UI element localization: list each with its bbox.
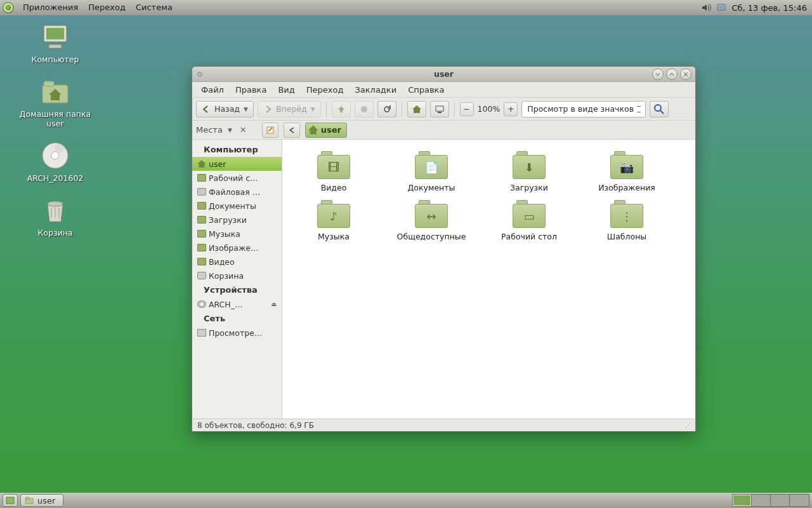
menu-places[interactable]: Переход bbox=[83, 0, 131, 15]
desktop-icon-computer[interactable]: Компьютер bbox=[8, 22, 103, 65]
desktop-icon-home[interactable]: Домашняя папка user bbox=[8, 76, 103, 129]
folder-item[interactable]: ⋮Шаблоны bbox=[578, 196, 676, 245]
folder-icon: ▭ bbox=[513, 200, 546, 228]
sidebar-item-label: ARCH_… bbox=[209, 300, 243, 309]
search-button[interactable] bbox=[650, 101, 669, 117]
folder-icon bbox=[197, 216, 206, 224]
file-manager-window: user Файл Правка Вид Переход Закладки Сп… bbox=[192, 66, 696, 432]
desktop-icon-label: Корзина bbox=[8, 228, 103, 238]
menu-view[interactable]: Вид bbox=[273, 84, 299, 96]
trash-icon bbox=[40, 195, 70, 225]
sidebar-item-label: Музыка bbox=[209, 229, 240, 239]
folder-label: Загрузки bbox=[483, 183, 575, 192]
disc-icon bbox=[197, 300, 206, 308]
minimize-button[interactable] bbox=[652, 69, 664, 80]
clock[interactable]: Сб, 13 фев, 15:46 bbox=[731, 3, 809, 13]
breadcrumb-label: user bbox=[321, 125, 341, 135]
edit-path-button[interactable] bbox=[262, 123, 278, 138]
volume-icon[interactable] bbox=[701, 3, 711, 13]
zoom-control: − 100% + bbox=[460, 102, 518, 116]
workspace-2[interactable] bbox=[752, 495, 771, 506]
sidebar-item[interactable]: Рабочий с… bbox=[192, 171, 282, 185]
bottom-panel: user bbox=[0, 493, 812, 508]
folder-item[interactable]: ⬇Загрузки bbox=[480, 147, 578, 196]
folder-label: Музыка bbox=[287, 232, 380, 241]
stop-button[interactable] bbox=[355, 101, 374, 117]
places-close-icon[interactable]: ✕ bbox=[240, 125, 247, 135]
folder-item[interactable]: 📷Изображения bbox=[578, 147, 676, 196]
sidebar-item[interactable]: Музыка bbox=[192, 227, 282, 241]
workspace-switcher[interactable] bbox=[732, 494, 809, 507]
places-label[interactable]: Места bbox=[196, 125, 223, 135]
sidebar-item[interactable]: Загрузки bbox=[192, 213, 282, 227]
sidebar-item[interactable]: Файловая … bbox=[192, 185, 282, 199]
eject-icon[interactable]: ⏏ bbox=[271, 301, 277, 307]
folder-label: Видео bbox=[287, 183, 380, 192]
folder-icon: 🎞 bbox=[317, 151, 350, 179]
folder-item[interactable]: ♪Музыка bbox=[285, 196, 383, 245]
zoom-out-button[interactable]: − bbox=[460, 102, 474, 116]
back-button[interactable]: Назад ▼ bbox=[196, 101, 254, 117]
desktop-icon-label: ARCH_201602 bbox=[8, 173, 103, 184]
separator bbox=[402, 102, 402, 116]
folder-icon: 📷 bbox=[610, 151, 643, 179]
view-mode-select[interactable]: Просмотр в виде значков bbox=[521, 101, 646, 117]
net-icon bbox=[197, 329, 206, 337]
top-panel: Приложения Переход Система Сб, 13 фев, 1… bbox=[0, 0, 812, 15]
workspace-4[interactable] bbox=[790, 495, 809, 506]
svg-rect-12 bbox=[438, 112, 442, 113]
titlebar[interactable]: user bbox=[192, 67, 695, 82]
folder-item[interactable]: 📄Документы bbox=[383, 147, 480, 196]
breadcrumb-segment[interactable]: user bbox=[305, 123, 347, 138]
folder-item[interactable]: 🎞Видео bbox=[285, 147, 383, 196]
path-history-button[interactable] bbox=[284, 123, 300, 138]
menu-file[interactable]: Файл bbox=[196, 84, 229, 96]
folder-icon bbox=[197, 230, 206, 237]
sidebar-item-label: Рабочий с… bbox=[209, 173, 258, 183]
folder-item[interactable]: ▭Рабочий стол bbox=[480, 196, 578, 245]
close-button[interactable] bbox=[680, 69, 691, 80]
sidebar-item[interactable]: Корзина bbox=[192, 269, 282, 283]
network-icon[interactable] bbox=[716, 3, 726, 13]
menu-applications[interactable]: Приложения bbox=[18, 0, 83, 15]
up-button[interactable] bbox=[332, 101, 351, 117]
sidebar-item[interactable]: user bbox=[192, 157, 282, 171]
places-dropdown-icon[interactable]: ▼ bbox=[228, 127, 232, 133]
distro-logo-icon[interactable] bbox=[3, 2, 14, 13]
back-button-label: Назад bbox=[214, 104, 240, 114]
home-button[interactable] bbox=[407, 101, 426, 117]
computer-button[interactable] bbox=[430, 101, 449, 117]
show-desktop-button[interactable] bbox=[3, 494, 18, 507]
desktop-icon-trash[interactable]: Корзина bbox=[8, 195, 103, 238]
sidebar-item[interactable]: Просмотре… bbox=[192, 326, 282, 340]
reload-button[interactable] bbox=[377, 101, 396, 117]
workspace-3[interactable] bbox=[771, 495, 790, 506]
sidebar-item-label: Просмотре… bbox=[209, 328, 262, 338]
sidebar-item-label: user bbox=[209, 159, 226, 169]
folder-label: Шаблоны bbox=[580, 232, 673, 241]
sidebar-item[interactable]: Видео bbox=[192, 255, 282, 269]
menu-help[interactable]: Справка bbox=[403, 84, 449, 96]
svg-rect-1 bbox=[719, 6, 724, 9]
sidebar-section-header: Сеть bbox=[192, 311, 282, 326]
icon-view[interactable]: 🎞Видео📄Документы⬇Загрузки📷Изображения♪Му… bbox=[282, 140, 695, 418]
zoom-in-button[interactable]: + bbox=[504, 102, 518, 116]
menu-system[interactable]: Система bbox=[131, 0, 178, 15]
forward-button[interactable]: Вперёд ▼ bbox=[258, 101, 321, 117]
desktop-icon-disc[interactable]: ARCH_201602 bbox=[8, 140, 103, 184]
resize-grip-icon[interactable]: ⋰ bbox=[685, 422, 690, 429]
taskbar-item[interactable]: user bbox=[20, 494, 63, 507]
sidebar-item[interactable]: ARCH_…⏏ bbox=[192, 297, 282, 311]
menu-bookmarks[interactable]: Закладки bbox=[350, 84, 402, 96]
maximize-button[interactable] bbox=[666, 69, 678, 80]
workspace-1[interactable] bbox=[733, 495, 752, 506]
menu-edit[interactable]: Правка bbox=[230, 84, 272, 96]
menu-go[interactable]: Переход bbox=[301, 84, 349, 96]
sidebar-item-label: Документы bbox=[209, 201, 256, 211]
trash-icon bbox=[197, 272, 206, 279]
folder-icon: 📄 bbox=[415, 151, 448, 179]
sidebar-item[interactable]: Изображе… bbox=[192, 241, 282, 255]
folder-item[interactable]: ↔Общедоступные bbox=[383, 196, 480, 245]
sidebar-item[interactable]: Документы bbox=[192, 199, 282, 213]
window-title: user bbox=[192, 69, 695, 79]
